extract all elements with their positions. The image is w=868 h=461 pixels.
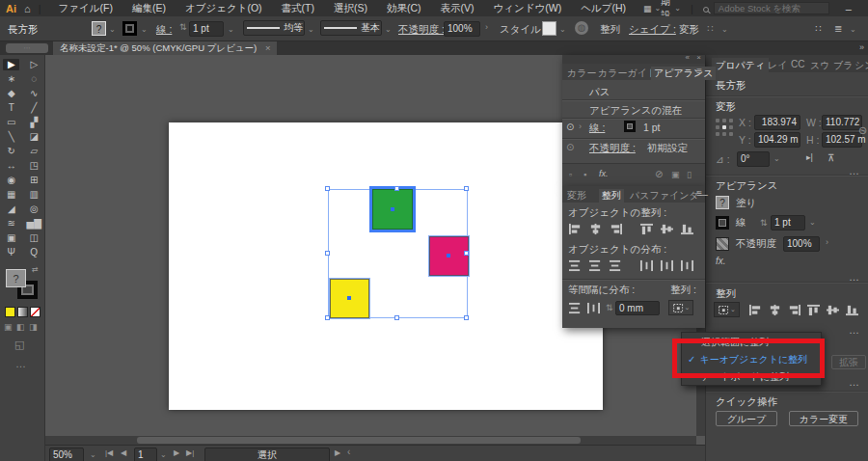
next-artboard-button[interactable]: ▶	[174, 446, 179, 461]
green-center-point[interactable]	[391, 207, 394, 211]
spacing-stepper-icon[interactable]: ⇅	[606, 303, 613, 312]
props-align-to-dropdown-button[interactable]: ⌄	[714, 302, 740, 317]
draw-inside-mode-icon[interactable]: ◨	[29, 322, 38, 332]
horizontal-distribute-space-button[interactable]	[584, 300, 603, 315]
yellow-center-point[interactable]	[347, 296, 351, 300]
panel-menu-icon[interactable]: ≡	[696, 66, 702, 76]
draw-behind-mode-icon[interactable]: ◧	[16, 322, 25, 332]
document-setup-globe-icon[interactable]: ◍	[575, 21, 588, 35]
zoom-chevron-icon[interactable]: ⌄	[90, 450, 96, 459]
expand-button[interactable]: 拡張	[831, 355, 866, 369]
status-back-icon[interactable]: ‹	[347, 447, 350, 457]
stroke-row-swatch[interactable]	[624, 121, 636, 132]
props-stroke-stepper-icon[interactable]: ⇅	[760, 218, 768, 228]
pencil-tool[interactable]: ╲	[3, 131, 19, 143]
graph-tool[interactable]: ▅▇	[26, 218, 42, 230]
props-opacity-arrow-icon[interactable]: ›	[826, 237, 828, 247]
stroke-panel-link[interactable]: 線 :	[156, 22, 172, 36]
selection-handle-e[interactable]	[464, 251, 469, 256]
gradient-tool[interactable]: ▥	[26, 189, 42, 201]
panel-expand-icon[interactable]: »	[859, 42, 864, 52]
panel-close-icon[interactable]: ×	[696, 53, 701, 62]
document-tab[interactable]: 名称未設定-1* @ 50% (CMYK/GPU プレビュー) ×	[53, 41, 277, 55]
align-to-dropdown-button[interactable]: ⌄	[668, 300, 693, 315]
gradient-button[interactable]	[17, 307, 28, 317]
y-value-field[interactable]: 104.29 m	[754, 132, 800, 148]
tab-swatches[interactable]: スウ	[810, 59, 829, 72]
slice-tool[interactable]: ◫	[26, 232, 42, 244]
props-opacity-field[interactable]: 100%	[783, 236, 820, 252]
none-button[interactable]	[30, 307, 41, 317]
props-align-horizontal-center-button[interactable]	[766, 302, 784, 317]
transform-more-options[interactable]: …	[849, 167, 860, 175]
new-effect-icon[interactable]: fx.	[599, 169, 609, 178]
props-stroke-chevron-icon[interactable]: ⌄	[809, 218, 816, 227]
opacity-row-value[interactable]: 初期設定	[647, 141, 688, 154]
restore-button[interactable]: ▢	[860, 4, 868, 14]
rotate-angle-field[interactable]: 0°	[737, 151, 770, 167]
group-button[interactable]: グループ	[716, 411, 777, 426]
tab-color[interactable]: カラー	[567, 67, 596, 80]
brush-definition-select[interactable]: 基本	[320, 20, 382, 36]
props-opacity-swatch[interactable]	[716, 237, 729, 251]
swap-fill-stroke-icon[interactable]: ⇄	[32, 265, 39, 274]
width-tool[interactable]: ↔	[3, 160, 19, 172]
artboard-tool[interactable]: ▣	[3, 232, 19, 244]
tab-transform[interactable]: 変形	[567, 189, 586, 203]
flip-vertical-icon[interactable]: ⊼	[827, 152, 834, 163]
draw-normal-mode-icon[interactable]: ▣	[4, 322, 13, 332]
tab-cc-libraries[interactable]: CC	[791, 59, 804, 69]
h-value-field[interactable]: 102.57 m	[822, 132, 862, 148]
stroke-row-link[interactable]: 線 :	[589, 121, 605, 134]
blend-tool[interactable]: ◎	[26, 203, 42, 215]
tab-properties[interactable]: プロパティ	[712, 58, 769, 73]
arrange-documents-icon[interactable]: ▦	[636, 4, 655, 14]
color-button[interactable]	[5, 307, 15, 317]
tab-symbols[interactable]: シン	[854, 59, 868, 72]
eyedropper-tool[interactable]: ◢	[3, 203, 19, 215]
panel-collapse-icon[interactable]: «	[686, 53, 690, 62]
dock-handle[interactable]: ⋯	[6, 43, 48, 53]
minimize-button[interactable]: –	[837, 3, 860, 14]
status-tool-name-field[interactable]: 選択	[204, 447, 330, 461]
direct-selection-tool[interactable]: ▷	[26, 59, 42, 70]
tab-appearance[interactable]: アピアランス	[651, 67, 716, 80]
selection-handle-w[interactable]	[325, 251, 330, 256]
mesh-tool[interactable]: ▦	[3, 189, 19, 201]
curvature-tool[interactable]: ∿	[26, 88, 42, 99]
selection-handle-sw[interactable]	[325, 315, 330, 320]
stroke-stepper-icon[interactable]: ⇅	[179, 22, 187, 32]
menu-window[interactable]: ウィンドウ(W)	[484, 2, 572, 15]
last-artboard-button[interactable]: ▶|	[186, 446, 194, 461]
stroke-row-disclosure-icon[interactable]: ›	[579, 122, 582, 131]
menu-help[interactable]: ヘルプ(H)	[571, 2, 636, 15]
reference-point-locator[interactable]	[716, 119, 733, 136]
recolor-button[interactable]: カラー変更	[789, 411, 858, 426]
pink-center-point[interactable]	[447, 254, 450, 258]
appearance-more-options[interactable]: …	[849, 273, 860, 281]
align-button[interactable]: 整列	[600, 22, 620, 36]
transform-widget-icon[interactable]: ∷	[707, 23, 713, 34]
screen-mode-icon[interactable]: ◱	[14, 339, 24, 351]
free-transform-tool[interactable]: ◳	[26, 160, 42, 172]
magic-wand-tool[interactable]: ∗	[3, 73, 19, 85]
scale-tool[interactable]: ▱	[26, 146, 42, 157]
flip-horizontal-icon[interactable]: ▸|	[806, 152, 813, 162]
workspace-chevron-icon[interactable]: ⌄	[670, 4, 691, 13]
paintbrush-tool[interactable]: ▞	[26, 117, 42, 128]
pen-tool[interactable]: ◆	[3, 88, 19, 99]
width-profile-chevron-icon[interactable]: ⌄	[308, 25, 314, 34]
menu-view[interactable]: 表示(V)	[431, 2, 484, 15]
align-horizontal-center-button[interactable]	[586, 221, 605, 236]
hand-tool[interactable]: Ψ	[3, 247, 19, 258]
tab-layers[interactable]: レイ	[768, 59, 787, 72]
rotate-tool[interactable]: ↻	[3, 146, 19, 157]
shape-link[interactable]: シェイプ :	[629, 22, 676, 36]
tab-brushes[interactable]: ブラ	[833, 59, 853, 72]
stroke-width-chevron-icon[interactable]: ⌄	[228, 25, 234, 34]
eraser-tool[interactable]: ◪	[26, 131, 42, 143]
opacity-field[interactable]: 100%	[444, 21, 480, 37]
props-fill-swatch[interactable]: ?	[716, 196, 729, 209]
tools-more-icon[interactable]: …	[15, 358, 26, 369]
align-more-options[interactable]: …	[849, 326, 860, 334]
